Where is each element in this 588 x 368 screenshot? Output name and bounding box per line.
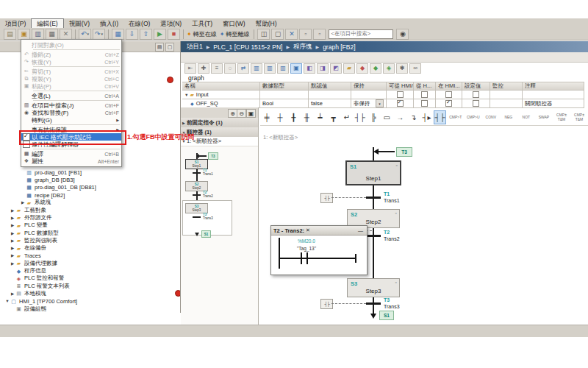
redo-icon[interactable]: ↷▾ [93, 29, 105, 40]
chevron-right-icon[interactable]: ▶ [10, 208, 15, 213]
receive-alarms-icon[interactable]: ▢ [271, 29, 284, 40]
delete-icon[interactable]: ✕ [60, 29, 72, 40]
graph-canvas[interactable]: 1: <新順控器> T3 S1 ▫ Step1 ┤├ T1 Trans1 S2 … [259, 127, 588, 325]
menubar-item-7[interactable]: 工具(T) [187, 19, 218, 28]
transition-t3[interactable] [366, 302, 381, 305]
tree-item-19[interactable]: ▣設備組態 [0, 305, 181, 312]
normally-open-contact-icon[interactable]: ┤├ [434, 110, 445, 124]
save-project-icon[interactable]: ▥ [32, 29, 44, 40]
setpoint-checkbox[interactable] [473, 100, 479, 107]
keep-layout-icon[interactable]: ▣ [290, 63, 302, 74]
menubar-item-4[interactable]: 插入(I) [95, 19, 123, 28]
tree-item-9[interactable]: ▶▰PLC 數據類型 [0, 229, 181, 236]
tree-item-16[interactable]: ≣PLC 報警文本列表 [0, 283, 181, 290]
cross-reference-icon[interactable]: ✕ [285, 29, 298, 40]
chevron-down-icon[interactable]: ▼ [4, 299, 10, 303]
popup-titlebar[interactable]: T2 - Trans2: ✕ — [271, 226, 367, 236]
dropdown-arrow-icon[interactable]: ▾ [376, 99, 384, 107]
tree-item-4[interactable]: ▦recipe [DB2] [0, 191, 181, 199]
visible-in-hmi-checkbox[interactable] [445, 100, 452, 107]
visible-in-hmi-checkbox-cell[interactable] [436, 99, 462, 108]
link-icon[interactable]: ∞ [409, 63, 421, 74]
insert-transition-icon[interactable]: ┼ [274, 110, 286, 124]
tree-item-10[interactable]: ▶▰監控與強制表 [0, 237, 181, 244]
stop-cpu-icon[interactable]: ■ [168, 29, 180, 40]
sequence-end-icon[interactable]: ┷ [314, 110, 326, 124]
chevron-right-icon[interactable]: ▶ [10, 291, 15, 296]
tree-item-18[interactable]: ▼▢HMI_1 [TP700 Comfort] [0, 297, 181, 305]
writable-from-hmi-checkbox[interactable] [421, 100, 428, 107]
edit-menu-item-10[interactable]: 全選(L)Ctrl+A [21, 92, 121, 99]
zoom-out-icon[interactable]: ⊖ [237, 109, 246, 118]
expand-network-icon[interactable]: ◧ [304, 63, 315, 74]
close-branch-icon[interactable]: ↵ [341, 110, 353, 124]
split-editor-horizontal-icon[interactable]: ▫ [299, 29, 312, 40]
tree-item-11[interactable]: ▶▰在線備份 [0, 244, 181, 252]
jump-target-label[interactable]: S1 [379, 311, 394, 320]
open-alternative-branch-icon[interactable]: ┤├ [354, 110, 366, 124]
step-actions-icon[interactable]: ▫ [396, 163, 398, 168]
chevron-down-icon[interactable]: ▼ [184, 93, 188, 97]
column-header-3[interactable]: 默認值 [309, 82, 351, 91]
retain-cell[interactable]: 非保持▾ [351, 99, 387, 108]
breadcrumb-item-4[interactable]: graph [FB2] [323, 43, 355, 51]
minimap-transition-t3[interactable] [193, 216, 201, 218]
breadcrumb-item-1[interactable]: 項目1 [187, 43, 203, 52]
tree-filter-icon[interactable]: ▤ [155, 43, 164, 52]
empty-box-icon[interactable]: ▭ [381, 110, 392, 124]
menubar-item-3[interactable]: 視圖(V) [64, 19, 95, 28]
graph-instruction-button-1[interactable]: CMP>T [448, 111, 464, 124]
upload-icon[interactable]: ⇧ [140, 29, 152, 40]
chevron-right-icon[interactable]: ▶ [10, 231, 15, 236]
transition-t2[interactable] [366, 235, 381, 237]
tree-item-5[interactable]: ▶▰系統塊 [0, 199, 181, 206]
data-type-cell[interactable]: Bool [260, 99, 309, 108]
chevron-right-icon[interactable]: ▶ [10, 216, 15, 220]
settings-icon[interactable]: ✱ [396, 63, 408, 74]
column-header-5[interactable]: 可從 HMI/... [387, 82, 414, 91]
breadcrumb-item-2[interactable]: PLC_1 [CPU 1515-2 PN] [213, 43, 282, 51]
collapse-network-icon[interactable]: ◨ [317, 63, 329, 74]
return-icon[interactable]: ↴ [407, 110, 419, 124]
accessible-devices-icon[interactable]: ◫ [257, 29, 270, 40]
menubar-item-6[interactable]: 選項(N) [155, 19, 187, 28]
column-header-6[interactable]: 從 H... [414, 82, 436, 91]
snapshot-icon[interactable]: ◌ [224, 63, 236, 74]
copy-snapshot-icon[interactable]: ⇄ [237, 63, 249, 74]
breadcrumb-item-3[interactable]: 程序塊 [293, 43, 312, 52]
block-interface3-icon[interactable]: ▥ [277, 63, 289, 74]
open-simultaneous-branch-icon[interactable]: ╠ [368, 110, 379, 124]
graph-instruction-button-2[interactable]: CMP>U [465, 111, 481, 124]
jump-to-step-icon[interactable]: ┳ [328, 110, 340, 124]
chevron-right-icon[interactable]: ▶ [20, 200, 26, 205]
step-s1[interactable]: S1 ▫ Step1 [345, 160, 401, 185]
minimap-step-s2[interactable]: S2Step2 [185, 181, 208, 191]
graph-instruction-button-3[interactable]: CONV [483, 111, 499, 124]
tree-item-8[interactable]: ▶▰PLC 變量 [0, 222, 181, 229]
step-actions-icon[interactable]: ▫ [395, 280, 397, 285]
menubar-item-2[interactable]: 編輯(E) [31, 18, 63, 29]
edit-menu-item-3[interactable]: ↶撤銷(Z)Ctrl+Z [21, 51, 121, 58]
tree-item-15[interactable]: ◈PLC 監控和報警 [0, 275, 181, 282]
download-icon[interactable]: ⇩ [126, 29, 138, 40]
column-header-10[interactable]: 注釋 [523, 82, 584, 91]
contact-tag-name[interactable]: "Tag_13" [277, 246, 336, 251]
tree-item-13[interactable]: ▶▰設備代理數據 [0, 260, 181, 267]
edit-menu-item-14[interactable]: 轉到(G)▶ [21, 116, 121, 124]
minimap-transition-t2[interactable] [193, 194, 201, 196]
writable-from-hmi-checkbox-cell[interactable] [414, 99, 436, 108]
transition-condition-preview-icon[interactable]: ┤├ [320, 299, 333, 309]
supervision-cell[interactable] [490, 99, 523, 108]
menubar-item-5[interactable]: 在線(O) [123, 19, 155, 28]
graph-instruction-button-6[interactable]: SWAP [536, 111, 552, 124]
menubar-item-9[interactable]: 幫助(H) [251, 19, 282, 28]
tree-item-3[interactable]: ▦pro-diag_001_DB [DB81] [0, 184, 181, 191]
step-actions-icon[interactable]: ▫ [395, 210, 397, 216]
print-icon[interactable]: ▦ [46, 29, 58, 40]
contact-operand[interactable]: %M20.0 [277, 238, 336, 244]
undo-icon[interactable]: ↶▾ [79, 29, 91, 40]
tree-item-17[interactable]: ▶▤本地模塊 [0, 290, 181, 297]
minimize-icon[interactable]: — [356, 228, 365, 233]
minimap-step-s1[interactable]: S1Step1 [185, 159, 208, 169]
edit-menu-item-4[interactable]: ↷恢復(Y)Ctrl+Y [21, 58, 121, 66]
